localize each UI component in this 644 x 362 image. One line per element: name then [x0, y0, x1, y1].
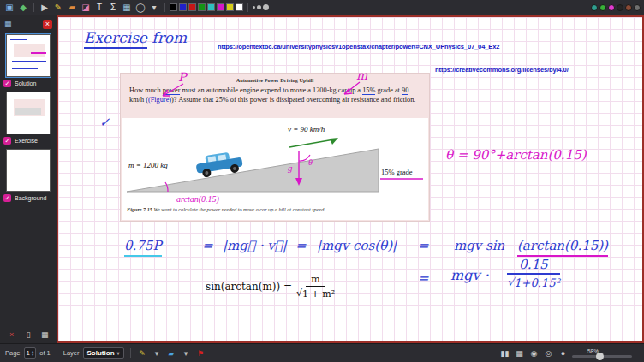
eq2-fraction: 0.15 √1+0.15² [507, 257, 560, 289]
quick-color-teal-icon[interactable] [591, 4, 598, 11]
stroke-size-fine-icon[interactable] [253, 6, 255, 9]
zoom-original-icon[interactable]: ◎ [543, 347, 554, 359]
layer-dropdown-value: Solution [87, 349, 115, 357]
trash-icon[interactable]: ▯ [22, 329, 34, 341]
quick-color-gray-icon[interactable] [634, 4, 641, 11]
layer-label: Exercise [15, 138, 38, 144]
figure-link[interactable]: (Figure) [148, 96, 171, 104]
layer-dropdown[interactable]: Solution ▾ [83, 347, 124, 359]
eq-equals: = [295, 238, 307, 253]
grid-view-icon[interactable]: ▦ [514, 347, 525, 359]
eq-lhs: 0.75P [124, 238, 162, 257]
stroke-size-thick-icon[interactable] [263, 4, 269, 10]
zoom-page-icon[interactable]: ● [558, 347, 569, 359]
quick-color-brown-icon[interactable] [625, 4, 632, 11]
bookmark-icon[interactable]: ⚑ [195, 347, 206, 359]
checkbox-checked-icon[interactable]: ✓ [3, 137, 11, 145]
layer-thumbnail-exercise[interactable] [6, 92, 51, 134]
page-label: Page [5, 349, 21, 357]
pen-dropdown-icon[interactable]: ▾ [152, 347, 163, 359]
eq-dot-product: |mg⃗ · v⃗| [223, 238, 287, 253]
layer-thumbnail-solution[interactable] [6, 34, 51, 77]
page-count-label: of 1 [39, 349, 51, 357]
eraser-icon[interactable]: ◪ [80, 2, 92, 14]
thumbnail-mark [31, 52, 46, 54]
figure-caption-text: We want to calculate the power needed to… [153, 206, 325, 212]
color-swatch-magenta[interactable] [217, 3, 224, 11]
layer-toggle-background[interactable]: ✓ Background [0, 192, 57, 203]
layer-thumbnail-background[interactable] [6, 149, 51, 192]
incline-triangle [127, 149, 379, 192]
image-tool-icon[interactable]: ▦ [121, 2, 133, 14]
identity-formula: sin(arctan(m)) = m √1 + m² [206, 274, 335, 300]
pointer-icon[interactable]: ▶ [39, 2, 51, 14]
handwritten-heading: Exercise from [84, 29, 187, 46]
eq-cos-form: |mgv cos(θ)| [317, 238, 397, 253]
zoom-fit-icon[interactable]: ◉ [528, 347, 540, 359]
color-swatch-cyan[interactable] [207, 3, 215, 11]
zoom-slider[interactable] [572, 355, 632, 358]
figure-caption-label: Figure 7.15 [127, 206, 152, 212]
thumbnail-mark [12, 68, 38, 69]
shape-recognizer-icon[interactable]: ◆ [17, 2, 29, 14]
text-tool-icon[interactable]: T [93, 2, 105, 14]
eq-sin-form: mgv sin [454, 238, 504, 253]
thumbnail-mark [10, 39, 27, 40]
heading-word: from [152, 29, 187, 46]
fill-dropdown-icon[interactable]: ▾ [181, 347, 192, 359]
pen-icon[interactable]: ✎ [52, 2, 64, 14]
latex-tool-icon[interactable]: Σ [107, 2, 119, 14]
toolbar-separator [247, 3, 248, 12]
sidebar-footer: × ▯ ▦ [0, 329, 57, 341]
thumbnail-mark [12, 61, 46, 62]
source-url-link[interactable]: https://opentextbc.ca/universityphysicsv… [218, 43, 499, 50]
top-toolbar: ▣ ◆ ▶ ✎ ▰ ◪ T Σ ▦ ◯ ▾ [0, 0, 644, 15]
dual-page-icon[interactable]: ▮▮ [499, 347, 510, 359]
page-canvas[interactable]: Exercise from https://opentextbc.ca/univ… [57, 15, 644, 343]
layer-preview-sidebar: ▦ × ✓ Solution ✓ Exercise ✓ Background [0, 15, 57, 343]
close-sidebar-button[interactable]: × [43, 20, 52, 29]
color-swatch-black[interactable] [170, 3, 177, 11]
delete-layer-icon[interactable]: × [6, 329, 18, 341]
add-image-icon[interactable]: ▦ [39, 329, 51, 341]
stroke-size-medium-icon[interactable] [257, 5, 261, 9]
fill-color-icon[interactable]: ▰ [166, 347, 177, 359]
tool-dropdown-icon[interactable]: ▾ [148, 2, 160, 14]
radical-sign: √ [507, 276, 514, 288]
zoom-slider-knob[interactable] [596, 353, 604, 360]
preview-panel-icon[interactable]: ▦ [4, 20, 12, 28]
pen-settings-icon[interactable]: ✎ [137, 347, 148, 359]
zoom-control: 58% [572, 348, 639, 358]
page-number: 1 [27, 349, 30, 357]
heading-underlined-word: Exercise [84, 29, 147, 49]
color-swatch-green[interactable] [198, 3, 206, 11]
toolbox-icon[interactable]: ▣ [3, 2, 15, 14]
color-swatch-blue[interactable] [179, 3, 187, 11]
page-spinner[interactable]: 1 ▴▾ [24, 347, 37, 359]
layer-toggle-solution[interactable]: ✓ Solution [0, 77, 57, 88]
checkbox-checked-icon[interactable]: ✓ [3, 80, 11, 87]
quick-color-green-icon[interactable] [599, 4, 606, 11]
check-annotation: ✓ [99, 115, 110, 130]
spin-down-icon[interactable]: ▾ [32, 353, 33, 357]
velocity-label: v = 90 km/h [288, 125, 325, 134]
color-swatch-yellow[interactable] [226, 3, 234, 11]
checkbox-checked-icon[interactable]: ✓ [3, 194, 11, 202]
layer-label: Solution [15, 80, 36, 86]
layer-toggle-exercise[interactable]: ✓ Exercise [0, 134, 57, 145]
quick-color-black-icon[interactable] [617, 4, 623, 11]
layer-label: Background [15, 195, 46, 201]
problem-image[interactable]: Automotive Power Driving Uphill How much… [121, 74, 429, 221]
license-url-link[interactable]: https://creativecommons.org/licenses/by/… [435, 66, 569, 74]
identity-lhs: sin(arctan(m)) = [206, 281, 292, 293]
color-swatch-red[interactable] [188, 3, 196, 11]
thumbnail-mark [14, 44, 45, 57]
highlighter-icon[interactable]: ▰ [66, 2, 78, 14]
color-swatch-white[interactable] [236, 3, 243, 11]
figure-caption: Figure 7.15 We want to calculate the pow… [122, 204, 428, 220]
identity-denominator: 1 + m² [302, 288, 335, 300]
quick-color-pink-icon[interactable] [608, 4, 615, 11]
shape-tool-icon[interactable]: ◯ [134, 2, 146, 14]
eq2-denominator: 1+0.15² [514, 276, 559, 289]
problem-body: How much power must an automobile engine… [121, 83, 429, 104]
